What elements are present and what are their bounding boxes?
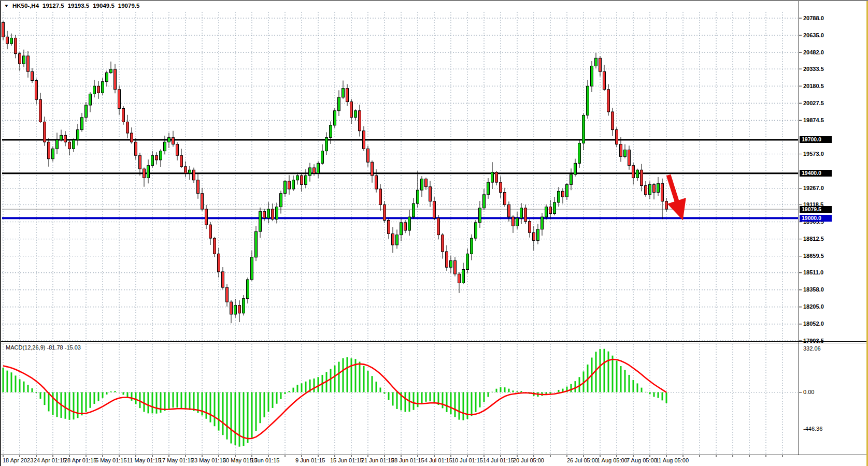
candle-body <box>259 211 262 231</box>
candle-body <box>15 38 17 53</box>
candle-body <box>446 252 448 267</box>
candle-body <box>578 143 581 163</box>
candle-body <box>388 220 390 234</box>
trading-chart-window: ▼ HK50-,H4 19127.5 19193.5 19049.5 19079… <box>0 0 868 466</box>
candle-body <box>587 86 589 115</box>
ohlc-low: 19049.5 <box>93 3 115 9</box>
price-tick-label: 18659.5 <box>803 253 824 259</box>
time-tick-label: 28 Jun 01:15 <box>391 457 424 463</box>
price-tick-label: 20635.0 <box>803 32 824 38</box>
time-axis-separator <box>1 455 868 455</box>
candle-body <box>205 209 208 225</box>
candle-body <box>89 94 92 105</box>
candle-body <box>118 90 121 109</box>
ohlc-close: 19079.5 <box>118 3 140 9</box>
time-tick-label: 11 Aug 05:00 <box>656 457 689 463</box>
candle-body <box>197 180 200 194</box>
time-tick-label: 11 May 01:15 <box>127 457 161 463</box>
candle-body <box>367 149 369 162</box>
candle-body <box>433 201 436 218</box>
time-tick-label: 5 Jun 01:15 <box>250 457 280 463</box>
candle-body <box>379 189 382 205</box>
candle-body <box>27 56 30 71</box>
candle-body <box>301 176 303 184</box>
panel-separator-line[interactable] <box>1 343 868 343</box>
price-tick-label: 20788.0 <box>803 15 824 21</box>
candle-body <box>541 217 544 229</box>
candle-body <box>85 105 88 118</box>
price-marker-label: 19079.5 <box>800 206 832 213</box>
time-tick-label: 4 Jul 01:15 <box>424 457 452 463</box>
time-tick-label: 5 May 01:15 <box>95 457 127 463</box>
candle-body <box>313 168 316 173</box>
candle-body <box>147 166 150 178</box>
candle-body <box>371 162 374 176</box>
candle-body <box>537 229 539 241</box>
price-marker-label: 19700.0 <box>800 136 832 143</box>
candle-body <box>607 90 610 112</box>
price-tick-label: 17903.5 <box>803 338 824 344</box>
macd-name: MACD(12,26,9) <box>6 344 45 351</box>
price-marker-label: 19000.0 <box>800 215 832 222</box>
candle-body <box>168 138 170 142</box>
candle-body <box>97 86 100 93</box>
time-tick-label: 10 Jul 01:15 <box>452 457 483 463</box>
candle-body <box>110 69 112 72</box>
candle-body <box>628 150 631 165</box>
candle-body <box>56 140 59 149</box>
candle-body <box>23 56 25 64</box>
candle-body <box>126 122 129 133</box>
candle-body <box>267 209 270 218</box>
candle-body <box>429 187 432 201</box>
candle-body <box>334 111 336 125</box>
ohlc-high: 19193.5 <box>68 3 90 9</box>
candle-body <box>48 142 50 158</box>
macd-signal-value: -15.03 <box>65 344 81 351</box>
candle-body <box>375 176 378 189</box>
candle-body <box>143 169 146 178</box>
candle-body <box>392 234 394 245</box>
candle-body <box>81 118 83 130</box>
time-tick-label: 21 Jun 01:15 <box>361 457 394 463</box>
symbol-dropdown-icon[interactable]: ▼ <box>4 4 9 8</box>
candle-body <box>284 181 287 194</box>
candle-body <box>412 203 415 217</box>
candle-body <box>338 97 340 111</box>
candle-body <box>657 183 660 192</box>
candle-body <box>272 209 274 219</box>
symbol-timeframe: HK50-,H4 <box>12 3 39 9</box>
panel-separator-line[interactable] <box>1 341 868 342</box>
candle-body <box>122 109 125 122</box>
candle-body <box>135 142 137 155</box>
candle-body <box>346 89 349 102</box>
candle-body <box>10 38 13 43</box>
candle-body <box>292 180 295 189</box>
candle-body <box>263 211 266 218</box>
candle-body <box>558 191 560 202</box>
chart-canvas <box>1 1 868 466</box>
candle-body <box>512 217 515 226</box>
down-arrow-annotation[interactable] <box>668 175 678 206</box>
candle-body <box>222 272 224 287</box>
candle-body <box>483 195 486 208</box>
candle-body <box>184 167 187 173</box>
price-tick-label: 19267.0 <box>803 185 824 191</box>
candle-body <box>665 201 668 209</box>
candle-body <box>131 133 133 142</box>
candle-body <box>193 170 195 180</box>
price-tick-label: 18205.0 <box>803 303 824 310</box>
candle-body <box>305 176 307 184</box>
candle-body <box>114 69 117 90</box>
candle-body <box>624 150 627 156</box>
candle-body <box>218 254 220 272</box>
candle-body <box>495 172 498 182</box>
candle-body <box>354 111 357 118</box>
candle-body <box>139 155 141 169</box>
candle-body <box>296 176 299 180</box>
candle-body <box>60 135 63 140</box>
candle-body <box>466 254 469 269</box>
price-tick-label: 18511.0 <box>803 269 823 275</box>
candle-body <box>475 223 477 238</box>
chart-header: ▼ HK50-,H4 19127.5 19193.5 19049.5 19079… <box>4 3 139 9</box>
candle-body <box>442 235 444 252</box>
